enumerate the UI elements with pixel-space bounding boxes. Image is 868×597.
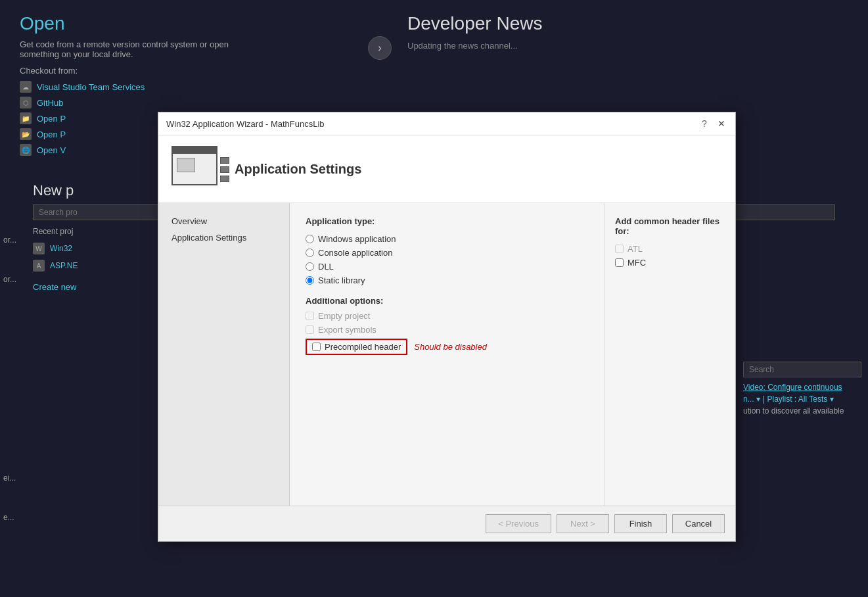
- dialog-header-title: Application Settings: [235, 162, 361, 177]
- nav-item-app-settings[interactable]: Application Settings: [166, 230, 281, 245]
- right-panel: Video: Configure continuous n... ▾ | Pla…: [737, 355, 868, 422]
- checkout-vsts[interactable]: ☁ Visual Studio Team Services: [20, 81, 848, 93]
- should-be-disabled-text: Should be disabled: [414, 342, 487, 352]
- checkout-label: Checkout from:: [20, 66, 848, 76]
- partial-label-1: or...: [3, 235, 16, 245]
- radio-console: Console application: [306, 248, 588, 258]
- mfc-label: MFC: [628, 258, 646, 268]
- header-files-label: Add common header files for:: [615, 216, 725, 236]
- precompiled-header-box: Precompiled header: [306, 339, 407, 355]
- precompiled-header-row: Precompiled header Should be disabled: [306, 339, 588, 355]
- developer-news-section: Developer News Updating the news channel…: [407, 13, 542, 51]
- precompiled-header-checkbox[interactable]: [312, 343, 321, 351]
- folder2-icon: 📂: [20, 128, 32, 140]
- developer-news-title: Developer News: [407, 13, 542, 34]
- dialog-footer: < Previous Next > Finish Cancel: [158, 506, 735, 541]
- discover-text: ution to discover all available: [743, 406, 861, 416]
- radio-static-input[interactable]: [306, 276, 314, 285]
- atl-label: ATL: [628, 244, 643, 254]
- radio-console-input[interactable]: [306, 249, 314, 257]
- cancel-button[interactable]: Cancel: [672, 514, 725, 533]
- radio-static: Static library: [306, 275, 588, 285]
- finish-button[interactable]: Finish: [614, 514, 667, 533]
- dialog-nav: Overview Application Settings: [158, 203, 290, 506]
- partial-label-3: ei...: [3, 473, 16, 483]
- additional-options-label: Additional options:: [306, 296, 588, 306]
- radio-dll-label: DLL: [318, 262, 334, 272]
- github-icon: ⬡: [20, 97, 32, 108]
- dialog-title: Win32 Application Wizard - MathFuncsLib: [166, 119, 325, 129]
- checkbox-atl: ATL: [615, 244, 725, 254]
- radio-windows: Windows application: [306, 234, 588, 244]
- right-search-input[interactable]: [743, 362, 861, 377]
- win32-icon: W: [33, 243, 45, 254]
- playlist-prefix: n... ▾ |: [743, 394, 764, 404]
- app-type-label: Application type:: [306, 216, 588, 226]
- radio-windows-label: Windows application: [318, 234, 396, 244]
- empty-project-label: Empty project: [318, 311, 370, 321]
- export-symbols-label: Export symbols: [318, 325, 377, 335]
- aspnet-icon: A: [33, 260, 45, 272]
- radio-static-label: Static library: [318, 275, 365, 285]
- dialog-titlebar: Win32 Application Wizard - MathFuncsLib …: [158, 112, 735, 135]
- radio-dll-input[interactable]: [306, 262, 314, 271]
- dialog-main-content: Application type: Windows application Co…: [290, 203, 604, 506]
- web-icon: 🌐: [20, 144, 32, 156]
- open-desc: Get code from a remote version control s…: [20, 39, 269, 59]
- video-link[interactable]: Video: Configure continuous: [743, 383, 861, 392]
- nav-item-overview[interactable]: Overview: [166, 214, 281, 229]
- checkbox-empty-project: Empty project: [306, 311, 588, 321]
- export-symbols-checkbox[interactable]: [306, 325, 314, 334]
- app-type-group: Windows application Console application …: [306, 234, 588, 285]
- radio-dll: DLL: [306, 262, 588, 272]
- partial-label-2: or...: [3, 275, 16, 284]
- folder-icon: 📁: [20, 112, 32, 124]
- checkout-github[interactable]: ⬡ GitHub: [20, 97, 848, 108]
- radio-console-label: Console application: [318, 248, 392, 258]
- help-button[interactable]: ?: [698, 118, 710, 130]
- mfc-checkbox[interactable]: [615, 258, 624, 267]
- cloud-icon: ☁: [20, 81, 32, 93]
- app-wizard-icon: [171, 146, 224, 192]
- playlist-label[interactable]: Playlist : All Tests ▾: [767, 394, 833, 404]
- empty-project-checkbox[interactable]: [306, 312, 314, 320]
- close-button[interactable]: ✕: [716, 118, 727, 130]
- precompiled-header-label: Precompiled header: [325, 342, 401, 352]
- next-button[interactable]: Next >: [557, 514, 609, 533]
- dialog-body: Overview Application Settings Applicatio…: [158, 203, 735, 506]
- wizard-dialog: Win32 Application Wizard - MathFuncsLib …: [158, 112, 736, 542]
- checkbox-mfc: MFC: [615, 258, 725, 268]
- radio-windows-input[interactable]: [306, 235, 314, 243]
- dialog-right-section: Add common header files for: ATL MFC: [604, 203, 735, 506]
- expand-button[interactable]: ›: [368, 36, 392, 60]
- developer-news-status: Updating the news channel...: [407, 41, 542, 51]
- partial-label-4: e...: [3, 513, 14, 522]
- previous-button[interactable]: < Previous: [486, 514, 551, 533]
- dialog-header: Application Settings: [158, 135, 735, 203]
- checkbox-export-symbols: Export symbols: [306, 325, 588, 335]
- atl-checkbox[interactable]: [615, 245, 624, 253]
- dialog-title-buttons: ? ✕: [698, 118, 727, 130]
